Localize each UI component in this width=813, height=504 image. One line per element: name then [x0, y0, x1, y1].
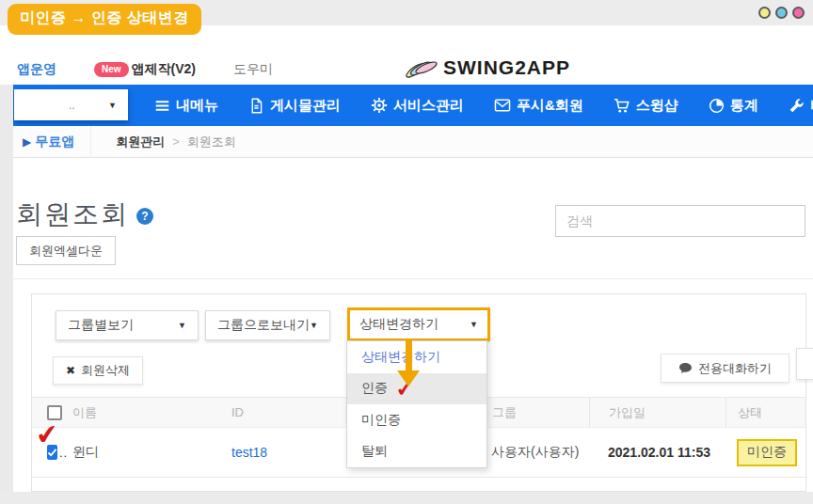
section-divider: [13, 278, 813, 279]
nav-item-version[interactable]: 버전: [789, 97, 813, 115]
window-control-yellow[interactable]: [758, 7, 771, 19]
member-delete-button[interactable]: ✖ 회원삭제: [53, 356, 143, 385]
nav-item-swing-shop[interactable]: 스윙샵: [614, 97, 678, 115]
menu-item-status-change[interactable]: 상태변경하기: [347, 341, 486, 373]
app-selector-dropdown[interactable]: .. ▼: [14, 89, 128, 120]
breadcrumb-section[interactable]: 회원관리: [116, 134, 165, 150]
window-control-cyan[interactable]: [775, 7, 788, 19]
cell-group: 사용자(사용자): [486, 428, 589, 477]
status-badge: 미인증: [737, 439, 797, 466]
group-send-select[interactable]: 그룹으로보내기 ▼: [205, 310, 330, 340]
nav-item-board-management[interactable]: 게시물관리: [248, 97, 341, 115]
group-view-select[interactable]: 그룹별보기 ▼: [56, 310, 199, 340]
cut-off-button-fragment[interactable]: [796, 348, 813, 380]
header-group: 그룹: [486, 398, 589, 427]
menu-icon: [154, 98, 170, 114]
breadcrumb-app-link[interactable]: ▶ 무료앱: [13, 126, 91, 157]
header-status: 상태: [725, 398, 805, 427]
page-title: 회원조회: [16, 197, 129, 232]
chevron-down-icon: ▼: [108, 101, 117, 110]
member-excel-download-button[interactable]: 회원엑셀다운: [16, 236, 116, 265]
annotation-arrow-head-icon: [397, 370, 420, 386]
main-navbar: .. ▼ 내메뉴 게시물관리: [13, 85, 813, 126]
annotation-badge: 미인증 → 인증 상태변경: [8, 4, 201, 35]
header-name: 이름: [67, 404, 217, 421]
menu-item-withdraw[interactable]: 탈퇴: [347, 436, 486, 468]
private-chat-button[interactable]: 전용대화하기: [661, 354, 789, 383]
annotation-arrow-shaft: [406, 339, 412, 372]
status-change-select[interactable]: 상태변경하기 ▼: [347, 307, 490, 341]
chevron-down-icon: ▼: [178, 321, 186, 330]
breadcrumb-page: 회원조회: [187, 134, 236, 150]
cart-icon: [614, 98, 630, 114]
triangle-right-icon: ▶: [23, 135, 31, 149]
bottom-gutter: [0, 492, 813, 504]
nav-item-statistics[interactable]: 통계: [709, 97, 758, 115]
header-menu: 앱운영 New 앱제작(V2) 도우미: [17, 61, 311, 78]
member-id-link[interactable]: test18: [231, 445, 267, 460]
header-menu-app-operation[interactable]: 앱운영: [17, 61, 56, 78]
header-check-cell: [32, 405, 67, 420]
nav-item-service-management[interactable]: 서비스관리: [371, 97, 464, 115]
wrench-icon: [789, 98, 805, 114]
cell-name: 윈디: [67, 444, 217, 461]
red-check-annotation-icon: ✔: [35, 420, 60, 449]
left-gutter: [0, 85, 13, 504]
pie-icon: [709, 98, 725, 114]
close-icon: ✖: [66, 364, 75, 377]
status-change-menu: 상태변경하기 인증 ✔ 미인증 탈퇴: [346, 340, 487, 468]
window-control-pink[interactable]: [792, 7, 805, 19]
speech-bubble-icon: [678, 362, 693, 374]
swing2app-admin-window: 앱운영 New 앱제작(V2) 도우미 SWING2APP .. ▼: [0, 0, 813, 504]
swing2app-logo: SWING2APP: [405, 55, 570, 81]
gear-icon: [371, 97, 388, 114]
breadcrumb-separator: >: [172, 134, 180, 149]
chevron-down-icon: ▼: [470, 320, 478, 329]
page-title-wrap: 회원조회 ?: [16, 197, 153, 232]
cell-status: 미인증: [725, 428, 805, 477]
nav-item-push-members[interactable]: 푸시&회원: [494, 97, 583, 115]
help-icon[interactable]: ?: [136, 208, 153, 225]
header-menu-helper[interactable]: 도우미: [233, 61, 273, 78]
board-icon: [248, 98, 264, 114]
nav-item-my-menu[interactable]: 내메뉴: [154, 97, 218, 115]
chevron-down-icon: ▼: [310, 321, 318, 330]
header-join-date: 가입일: [589, 398, 725, 427]
header-menu-app-build[interactable]: New 앱제작(V2): [94, 61, 196, 78]
search-input[interactable]: [555, 205, 805, 237]
feather-logo-icon: [405, 55, 438, 81]
breadcrumb: ▶ 무료앱 회원관리 > 회원조회: [13, 126, 813, 158]
cell-join-date: 2021.02.01 11:53: [589, 428, 725, 477]
navbar-items: 내메뉴 게시물관리 서비스관리: [154, 85, 813, 126]
window-controls: [758, 7, 805, 19]
menu-item-unverified[interactable]: 미인증: [347, 404, 486, 436]
logo-text: SWING2APP: [443, 56, 570, 79]
new-badge: New: [94, 62, 129, 77]
mail-icon: [494, 98, 511, 113]
